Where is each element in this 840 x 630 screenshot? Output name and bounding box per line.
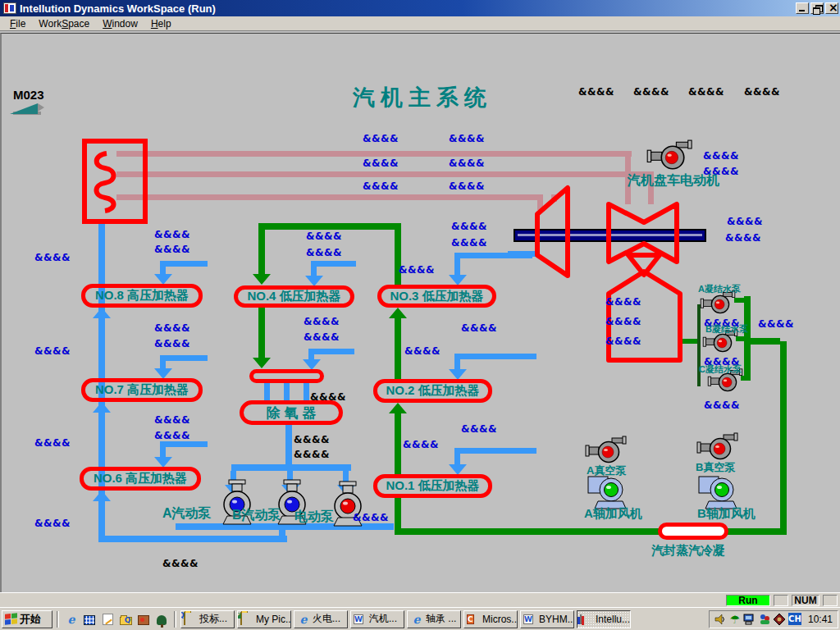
quicklaunch-folder-search-icon[interactable]: Q xyxy=(117,610,134,628)
start-label: 开始 xyxy=(20,612,41,627)
network-computer-icon[interactable] xyxy=(743,614,756,625)
task-button-mypic[interactable]: ◪My Pic... xyxy=(237,610,291,628)
app-icon xyxy=(3,2,16,14)
deaerator[interactable]: 除 氧 器 xyxy=(240,400,343,425)
deaerator-head[interactable] xyxy=(249,369,324,383)
value-display: &&&& xyxy=(461,322,497,334)
heater-no8[interactable]: NO.8 高压加热器 xyxy=(81,284,203,308)
status-field xyxy=(774,595,788,606)
value-display: &&&& xyxy=(162,558,199,569)
menu-item-file[interactable]: File xyxy=(3,17,32,30)
users-icon[interactable] xyxy=(759,614,770,625)
value-display: &&&& xyxy=(449,158,485,169)
equipment-label: 汽机主系统 xyxy=(353,83,492,112)
hmi-canvas: NO.8 高压加热器NO.7 高压加热器NO.6 高压加热器NO.4 低压加热器… xyxy=(0,33,840,592)
gland-exhaust-fan-b-icon[interactable] xyxy=(699,477,737,509)
value-display: &&&& xyxy=(363,158,399,169)
num-lock-indicator: NUM xyxy=(792,595,819,606)
value-display: &&&& xyxy=(399,264,435,276)
heater-no6[interactable]: NO.6 高压加热器 xyxy=(80,467,201,491)
vacuum-pump-b-icon[interactable] xyxy=(697,433,737,459)
vacuum-pump-a-icon[interactable] xyxy=(586,436,626,463)
menu-item-window[interactable]: Window xyxy=(96,17,144,30)
separator xyxy=(174,611,176,628)
task-label: 轴承 ... xyxy=(426,612,456,626)
heater-no2[interactable]: NO.2 低压加热器 xyxy=(373,379,492,403)
task-button-[interactable]: e火电... xyxy=(294,610,348,628)
value-display: &&&& xyxy=(34,518,71,529)
quicklaunch-tree-icon[interactable] xyxy=(153,610,170,628)
task-label: 火电... xyxy=(313,612,340,626)
equipment-label: A轴加风机 xyxy=(584,506,642,522)
minimize-button[interactable] xyxy=(796,2,809,14)
quicklaunch-keypad-icon[interactable] xyxy=(81,610,98,628)
value-display: &&&& xyxy=(353,512,389,523)
gland-exhaust-fan-a-icon[interactable] xyxy=(588,477,626,509)
quicklaunch-notes-icon[interactable] xyxy=(99,610,116,628)
start-button[interactable]: 开始 xyxy=(2,610,52,628)
value-display: &&&& xyxy=(294,434,330,445)
value-display: &&&& xyxy=(403,439,439,450)
value-display: &&&& xyxy=(704,399,740,411)
task-button-[interactable]: e轴承 ... xyxy=(407,610,461,628)
taskbar-clock[interactable]: 10:41 xyxy=(805,614,833,625)
task-button-[interactable]: Q投标... xyxy=(180,610,235,628)
menu-item-help[interactable]: Help xyxy=(144,17,178,30)
value-display: &&&& xyxy=(461,423,497,435)
close-button[interactable] xyxy=(825,2,838,14)
equipment-label: B汽动泵 xyxy=(232,507,281,524)
menu-item-workspace[interactable]: WorkSpace xyxy=(32,17,96,30)
value-display: &&&& xyxy=(306,231,342,242)
window-title: Intellution Dynamics WorkSpace (Run) xyxy=(20,2,216,15)
value-display: &&&& xyxy=(744,86,780,98)
task-button-[interactable]: W汽机... xyxy=(350,610,404,628)
gland-steam-condenser[interactable] xyxy=(658,523,728,540)
value-display: &&&& xyxy=(363,133,399,144)
back-arrow-icon[interactable] xyxy=(10,103,38,114)
status-bar: Run NUM xyxy=(0,592,840,607)
equipment-label: B轴加风机 xyxy=(697,506,756,522)
input-method-badge[interactable]: CH xyxy=(788,613,801,625)
value-display: &&&& xyxy=(758,318,794,330)
value-display: &&&& xyxy=(727,216,763,227)
value-display: &&&& xyxy=(451,237,487,249)
restore-button[interactable] xyxy=(810,2,824,14)
value-display: &&&& xyxy=(34,345,71,357)
task-label: Micros... xyxy=(482,614,518,625)
value-display: &&&& xyxy=(605,296,641,308)
system-tray: ☂ CH 10:41 xyxy=(709,610,838,628)
run-mode-indicator: Run xyxy=(726,595,770,606)
value-display: &&&& xyxy=(725,232,761,244)
title-bar[interactable]: Intellution Dynamics WorkSpace (Run) xyxy=(0,0,840,16)
volume-icon[interactable] xyxy=(714,614,726,625)
value-display: &&&& xyxy=(449,133,485,144)
windows-logo-icon xyxy=(5,613,17,624)
status-field xyxy=(823,595,838,606)
heater-no7[interactable]: NO.7 高压加热器 xyxy=(81,378,203,402)
boiler[interactable] xyxy=(82,139,148,224)
heater-no1[interactable]: NO.1 低压加热器 xyxy=(373,474,492,498)
separator xyxy=(57,611,59,628)
quicklaunch-ie-icon[interactable]: e xyxy=(63,610,80,628)
value-display: &&&& xyxy=(34,252,71,263)
task-button-micros[interactable]: CMicros... xyxy=(463,610,518,628)
value-display: &&&& xyxy=(304,316,340,327)
value-display: &&&& xyxy=(605,336,641,347)
heater-no3[interactable]: NO.3 低压加热器 xyxy=(377,285,496,308)
value-display: &&&& xyxy=(703,150,739,162)
equipment-label: B凝结水泵 xyxy=(705,323,748,336)
task-label: BYHM... xyxy=(539,614,574,625)
turning-gear-motor-icon[interactable] xyxy=(647,140,692,169)
heater-no4[interactable]: NO.4 低压加热器 xyxy=(234,285,354,308)
task-label: Intellu... xyxy=(596,614,630,625)
task-button-intellu[interactable]: Intellu... xyxy=(577,610,631,628)
quicklaunch-desk-icon[interactable] xyxy=(135,610,152,628)
task-button-byhm[interactable]: WBYHM... xyxy=(520,610,574,628)
value-display: &&&& xyxy=(633,86,669,98)
mask-icon[interactable] xyxy=(774,614,785,625)
taskbar: 开始 eQ Q投标...◪My Pic...e火电...W汽机...e轴承 ..… xyxy=(0,607,840,630)
value-display: &&&& xyxy=(451,221,487,232)
equipment-label: 汽机盘车电动机 xyxy=(628,172,719,189)
equipment-label: A真空泵 xyxy=(587,463,626,478)
umbrella-icon[interactable]: ☂ xyxy=(729,613,740,626)
